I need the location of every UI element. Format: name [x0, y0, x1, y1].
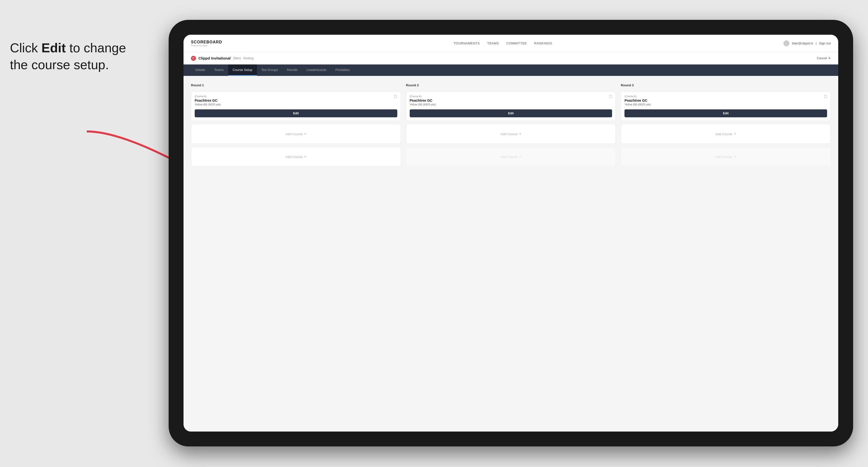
- round-1-course-name: Peachtree GC: [195, 98, 397, 102]
- round-2-header: Round 2: [406, 83, 616, 87]
- tablet-screen: SCOREBOARD Powered by clippd TOURNAMENTS…: [184, 35, 838, 432]
- round-2-add-course-1-label: Add Course: [500, 132, 518, 136]
- nav-committee[interactable]: COMMITTEE: [506, 41, 527, 45]
- user-avatar: [783, 40, 789, 46]
- nav-links: TOURNAMENTS TEAMS COMMITTEE RANKINGS: [454, 41, 552, 45]
- round-3-add-plus-2: +: [734, 155, 736, 159]
- tournament-name: Clippd Invitational: [198, 56, 230, 60]
- round-3-course-detail: Yellow (M) (6629 yds): [624, 103, 827, 106]
- round-3-course-card: ☐ (Course A) Peachtree GC Yellow (M) (66…: [621, 91, 831, 121]
- tab-teams[interactable]: Teams: [210, 64, 228, 76]
- tab-course-setup[interactable]: Course Setup: [228, 64, 257, 76]
- cancel-icon: ✕: [828, 56, 831, 60]
- breadcrumb: C Clippd Invitational (Men) Hosting: [191, 56, 253, 61]
- round-2-course-tag: (Course A): [410, 95, 612, 98]
- top-nav: SCOREBOARD Powered by clippd TOURNAMENTS…: [184, 35, 838, 52]
- logo-text: SCOREBOARD Powered by clippd: [191, 40, 222, 46]
- round-3-delete-icon[interactable]: ☐: [823, 94, 828, 99]
- rounds-grid: Round 1 ☐ (Course A) Peachtree GC Yellow…: [191, 83, 831, 167]
- round-1-add-course-1[interactable]: Add Course +: [191, 124, 401, 144]
- cancel-button[interactable]: Cancel ✕: [817, 56, 831, 60]
- round-2-edit-button[interactable]: Edit: [410, 110, 612, 117]
- round-1-course-tag: (Course A): [195, 95, 397, 98]
- instruction-bold: Edit: [41, 41, 66, 55]
- round-3-add-course-1[interactable]: Add Course +: [621, 124, 831, 144]
- round-3-edit-button[interactable]: Edit: [624, 110, 827, 117]
- round-1-edit-button[interactable]: Edit: [195, 110, 397, 117]
- tab-details[interactable]: Details: [191, 64, 210, 76]
- round-3-add-course-2: Add Course +: [621, 147, 831, 167]
- round-2-add-course-2: Add Course +: [406, 147, 616, 167]
- round-3-course-name: Peachtree GC: [624, 98, 827, 102]
- tab-printables[interactable]: Printables: [331, 64, 354, 76]
- instruction-text: Click Edit to change the course setup.: [0, 40, 144, 73]
- round-1-add-plus-2: +: [304, 155, 306, 159]
- round-2-add-course-2-label: Add Course: [500, 155, 518, 159]
- round-3-course-tag: (Course A): [624, 95, 827, 98]
- round-1-add-course-1-label: Add Course: [285, 132, 303, 136]
- round-2-add-plus-2: +: [519, 155, 521, 159]
- nav-tournaments[interactable]: TOURNAMENTS: [454, 41, 480, 45]
- scoreboard-logo: SCOREBOARD: [191, 40, 222, 44]
- round-2-course-card: ☐ (Course A) Peachtree GC Yellow (M) (66…: [406, 91, 616, 121]
- nav-teams[interactable]: TEAMS: [487, 41, 499, 45]
- tab-bar: Details Teams Course Setup Tee Groups Re…: [184, 64, 838, 76]
- user-area: blair@clippd.io | Sign out: [783, 40, 831, 46]
- round-1-column: Round 1 ☐ (Course A) Peachtree GC Yellow…: [191, 83, 401, 167]
- round-1-course-card: ☐ (Course A) Peachtree GC Yellow (M) (66…: [191, 91, 401, 121]
- sub-header: C Clippd Invitational (Men) Hosting Canc…: [184, 52, 838, 64]
- tab-tee-groups[interactable]: Tee Groups: [257, 64, 282, 76]
- round-3-add-plus-1: +: [734, 132, 736, 136]
- round-1-delete-icon[interactable]: ☐: [393, 94, 398, 99]
- tab-results[interactable]: Results: [282, 64, 302, 76]
- logo-area: SCOREBOARD Powered by clippd: [191, 40, 222, 46]
- round-1-add-course-2[interactable]: Add Course +: [191, 147, 401, 167]
- powered-by: Powered by clippd: [191, 44, 222, 46]
- round-2-add-plus-1: +: [519, 132, 521, 136]
- round-1-header: Round 1: [191, 83, 401, 87]
- round-1-add-course-2-label: Add Course: [285, 155, 303, 159]
- clippd-logo-icon: C: [191, 56, 196, 61]
- main-content: Round 1 ☐ (Course A) Peachtree GC Yellow…: [184, 76, 838, 432]
- user-email: blair@clippd.io: [792, 41, 813, 45]
- instruction-prefix: Click: [10, 41, 41, 55]
- tournament-gender: (Men): [233, 57, 241, 60]
- tournament-status: Hosting: [243, 57, 253, 60]
- nav-rankings[interactable]: RANKINGS: [534, 41, 552, 45]
- round-2-course-name: Peachtree GC: [410, 98, 612, 102]
- round-3-column: Round 3 ☐ (Course A) Peachtree GC Yellow…: [621, 83, 831, 167]
- round-2-course-detail: Yellow (M) (6629 yds): [410, 103, 612, 106]
- round-1-course-detail: Yellow (M) (6629 yds): [195, 103, 397, 106]
- round-1-add-plus-1: +: [304, 132, 306, 136]
- round-2-column: Round 2 ☐ (Course A) Peachtree GC Yellow…: [406, 83, 616, 167]
- round-3-add-course-2-label: Add Course: [715, 155, 733, 159]
- round-3-header: Round 3: [621, 83, 831, 87]
- round-3-add-course-1-label: Add Course: [715, 132, 733, 136]
- cancel-label: Cancel: [817, 56, 827, 60]
- sign-out-link[interactable]: Sign out: [819, 41, 831, 45]
- tab-leaderboards[interactable]: Leaderboards: [302, 64, 331, 76]
- round-2-add-course-1[interactable]: Add Course +: [406, 124, 616, 144]
- tablet-device: SCOREBOARD Powered by clippd TOURNAMENTS…: [168, 20, 853, 446]
- round-2-delete-icon[interactable]: ☐: [608, 94, 613, 99]
- sign-out-separator: |: [816, 41, 816, 45]
